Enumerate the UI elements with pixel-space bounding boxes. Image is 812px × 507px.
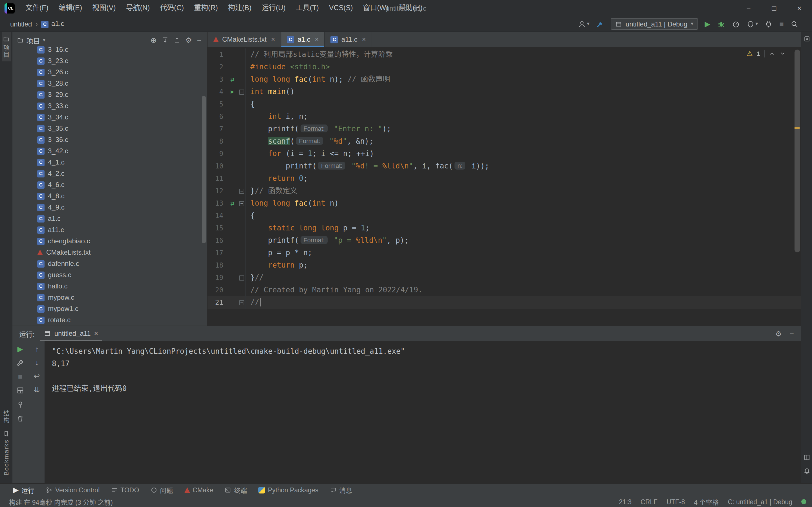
line-number[interactable]: 10 — [207, 160, 227, 172]
project-tree-item[interactable]: C3_29.c — [12, 89, 207, 100]
fold-marker[interactable]: − — [238, 197, 246, 210]
project-tree-item[interactable]: Ca11.c — [12, 224, 207, 235]
run-line-icon[interactable]: ▶ — [227, 86, 238, 98]
line-number[interactable]: 11 — [207, 172, 227, 185]
line-number[interactable]: 1 — [207, 48, 227, 61]
editor-line[interactable]: 17 p = p * n; — [207, 247, 801, 259]
editor-line[interactable]: 21−// — [207, 296, 801, 309]
menu-item[interactable]: 导航(N) — [121, 0, 155, 16]
goto-definition-icon[interactable]: ⇄ — [227, 73, 238, 86]
stop-button[interactable]: ■ — [779, 20, 784, 27]
close-icon[interactable]: × — [94, 330, 98, 337]
editor-line[interactable]: 16 printf(Format: "p = %lld\n", p); — [207, 234, 801, 247]
fold-marker[interactable]: − — [238, 185, 246, 197]
profiler-button[interactable] — [732, 20, 740, 28]
coverage-button[interactable]: ▾ — [746, 20, 758, 28]
project-tree-item[interactable]: C4_2.c — [12, 168, 207, 179]
toolwindow-messages[interactable]: 消息 — [324, 484, 357, 496]
fold-icon[interactable]: − — [239, 300, 244, 305]
stop-button[interactable]: ■ — [18, 373, 22, 380]
warning-stripe-mark[interactable] — [795, 127, 800, 129]
project-tree-item[interactable]: C3_35.c — [12, 123, 207, 134]
menu-item[interactable]: 运行(U) — [257, 0, 291, 16]
project-tree-item[interactable]: CMakeLists.txt — [12, 247, 207, 258]
line-number[interactable]: 17 — [207, 247, 227, 259]
editor-tab[interactable]: Ca1.c× — [281, 32, 325, 47]
locate-file-icon[interactable]: ⊕ — [151, 36, 157, 44]
fold-icon[interactable]: − — [239, 89, 244, 94]
project-tree-item[interactable]: Cguess.c — [12, 269, 207, 281]
line-number[interactable]: 4 — [207, 86, 227, 98]
right-stripe-button-bell[interactable] — [803, 464, 810, 478]
project-tree-item[interactable]: C4_8.c — [12, 190, 207, 202]
close-icon[interactable]: × — [315, 36, 319, 43]
right-stripe-button-layout[interactable] — [803, 451, 810, 464]
fold-marker[interactable]: − — [238, 272, 246, 284]
menu-item[interactable]: 工具(T) — [291, 0, 324, 16]
line-number[interactable]: 20 — [207, 284, 227, 296]
line-number[interactable]: 12 — [207, 185, 227, 197]
project-tree-item[interactable]: C3_34.c — [12, 112, 207, 123]
prev-occurrence-button[interactable]: ↑ — [35, 345, 39, 353]
project-tree-item[interactable]: C4_6.c — [12, 179, 207, 190]
project-tree-item[interactable]: Ca1.c — [12, 213, 207, 224]
toolwindow-todo[interactable]: TODO — [106, 484, 144, 496]
pin-tab-button[interactable] — [16, 400, 24, 408]
debug-button[interactable] — [717, 20, 725, 28]
editor-line[interactable]: 14{ — [207, 210, 801, 222]
toolwindow-run[interactable]: ▶运行 — [8, 484, 40, 496]
restore-layout-button[interactable] — [16, 386, 24, 394]
editor-line[interactable]: 20// Created by Martin Yang on 2022/4/19… — [207, 284, 801, 296]
line-number[interactable]: 3 — [207, 73, 227, 86]
code-editor[interactable]: 1// 利用局部static变量的特性，计算阶乘2#include <stdio… — [207, 47, 801, 326]
breadcrumb-item[interactable]: Ca1.c — [41, 20, 64, 28]
toolwindow-python-packages[interactable]: Python Packages — [253, 484, 323, 496]
rerun-button[interactable]: ▶ — [17, 345, 23, 353]
line-number[interactable]: 8 — [207, 135, 227, 148]
menu-item[interactable]: 视图(V) — [87, 0, 121, 16]
line-number[interactable]: 13 — [207, 197, 227, 210]
close-icon[interactable]: × — [362, 36, 366, 43]
project-tree-item[interactable]: C3_16.c — [12, 44, 207, 55]
run-configuration-selector[interactable]: untitled_a11 | Debug▾ — [611, 18, 698, 30]
project-tree-item[interactable]: Crotate.c — [12, 314, 207, 326]
editor-scrollbar[interactable] — [795, 50, 800, 252]
editor-line[interactable]: 6 int i, n; — [207, 110, 801, 123]
close-button[interactable]: × — [786, 0, 812, 16]
settings-gear-icon[interactable]: ⚙ — [186, 36, 192, 44]
line-number[interactable]: 5 — [207, 98, 227, 110]
project-tree-item[interactable]: C3_23.c — [12, 55, 207, 66]
expand-all-icon[interactable] — [162, 37, 168, 43]
line-number[interactable]: 18 — [207, 259, 227, 272]
caret-position[interactable]: 21:3 — [619, 498, 631, 505]
editor-line[interactable]: 3⇄long long fac(int n); // 函数声明 — [207, 73, 801, 86]
editor-tab[interactable]: Ca11.c× — [325, 32, 372, 47]
line-separator[interactable]: CRLF — [641, 498, 658, 505]
status-indicator-icon[interactable] — [801, 499, 806, 504]
menu-item[interactable]: 代码(C) — [155, 0, 189, 16]
editor-line[interactable]: 12−}// 函数定义 — [207, 185, 801, 197]
project-tree-scrollbar[interactable] — [202, 96, 206, 243]
editor-tab[interactable]: CMakeLists.txt× — [207, 32, 281, 47]
next-problem-icon[interactable] — [779, 50, 786, 57]
user-menu-button[interactable]: ▾ — [578, 20, 590, 28]
project-view-selector[interactable]: 项目 ▾ — [17, 35, 45, 45]
stripe-tab-Bookmarks[interactable]: Bookmarks — [3, 427, 9, 479]
project-tree-item[interactable]: C4_9.c — [12, 202, 207, 213]
edit-configurations-button[interactable] — [16, 359, 24, 367]
fold-marker[interactable]: − — [238, 86, 246, 98]
right-stripe-button-tool[interactable] — [803, 32, 810, 46]
hide-panel-icon[interactable]: − — [790, 330, 794, 337]
project-tree-item[interactable]: Cmypow.c — [12, 292, 207, 303]
fold-marker[interactable]: − — [238, 296, 246, 309]
stripe-tab-结构[interactable]: 结构 — [1, 407, 10, 427]
warning-count[interactable]: 1 — [757, 50, 760, 57]
soft-wrap-button[interactable]: ↩ — [34, 372, 40, 380]
run-button[interactable]: ▶ — [705, 20, 710, 27]
file-encoding[interactable]: UTF-8 — [666, 498, 685, 505]
editor-line[interactable]: 11 return 0; — [207, 172, 801, 185]
cmake-profile[interactable]: C: untitled_a1 | Debug — [728, 498, 792, 505]
fold-icon[interactable]: − — [239, 201, 244, 206]
project-tree-item[interactable]: C3_33.c — [12, 100, 207, 112]
line-number[interactable]: 7 — [207, 123, 227, 135]
